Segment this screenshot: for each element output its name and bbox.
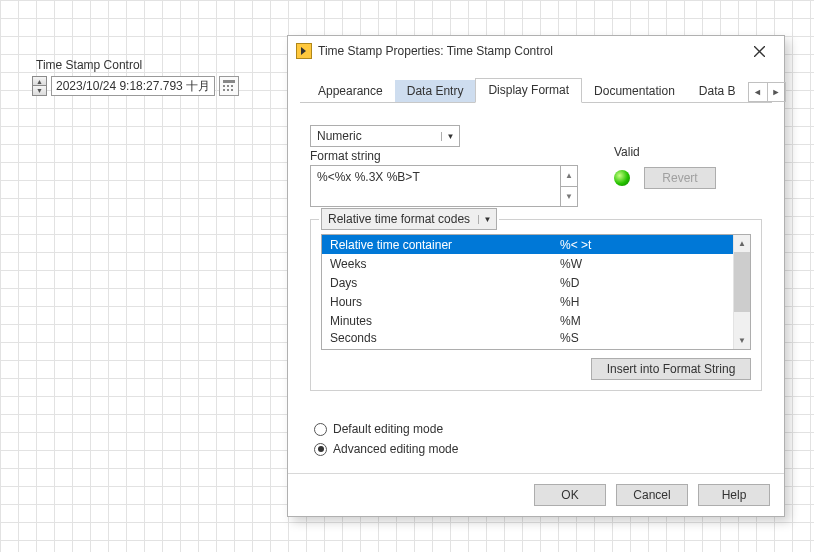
- properties-dialog: Time Stamp Properties: Time Stamp Contro…: [287, 35, 785, 517]
- insert-button[interactable]: Insert into Format String: [591, 358, 751, 380]
- tab-documentation[interactable]: Documentation: [582, 80, 687, 103]
- list-item[interactable]: Relative time container %< >t: [322, 235, 733, 254]
- tab-bar: Appearance Data Entry Display Format Doc…: [288, 66, 784, 103]
- scroll-track[interactable]: [734, 312, 750, 332]
- chevron-down-icon: ▼: [441, 132, 459, 141]
- spin-control[interactable]: ▲ ▼: [32, 76, 47, 96]
- spin-down-icon[interactable]: ▼: [32, 86, 47, 96]
- code-value: %S: [560, 331, 725, 345]
- list-item[interactable]: Minutes %M: [322, 311, 733, 330]
- code-value: %W: [560, 257, 725, 271]
- tab-appearance[interactable]: Appearance: [306, 80, 395, 103]
- list-item[interactable]: Weeks %W: [322, 254, 733, 273]
- tab-display-format[interactable]: Display Format: [475, 78, 582, 103]
- code-value: %< >t: [560, 238, 725, 252]
- radio-default-editing[interactable]: [314, 423, 327, 436]
- scroll-thumb[interactable]: [734, 252, 750, 312]
- format-string-label: Format string: [310, 149, 578, 163]
- codes-category-dropdown[interactable]: Relative time format codes ▼: [321, 208, 497, 230]
- close-button[interactable]: [742, 40, 776, 62]
- tab-scroll-right[interactable]: ►: [767, 83, 785, 101]
- code-value: %D: [560, 276, 725, 290]
- cancel-button[interactable]: Cancel: [616, 484, 688, 506]
- valid-led: [614, 170, 630, 186]
- editing-mode-group: Default editing mode Advanced editing mo…: [314, 419, 762, 459]
- list-item[interactable]: Seconds %S: [322, 330, 733, 346]
- timestamp-control: ▲ ▼ 2023/10/24 9:18:27.793 十月: [32, 76, 239, 96]
- code-value: %M: [560, 314, 725, 328]
- tab-data-entry[interactable]: Data Entry: [395, 80, 476, 103]
- format-codes-group: Relative time format codes ▼ Relative ti…: [310, 219, 762, 391]
- dialog-title: Time Stamp Properties: Time Stamp Contro…: [318, 44, 736, 58]
- revert-button[interactable]: Revert: [644, 167, 716, 189]
- code-value: %H: [560, 295, 725, 309]
- scroll-down-icon[interactable]: ▼: [561, 186, 577, 207]
- help-button[interactable]: Help: [698, 484, 770, 506]
- tab-scroll: ◄ ►: [748, 82, 786, 102]
- scroll-up-icon[interactable]: ▲: [561, 166, 577, 186]
- radio-advanced-label: Advanced editing mode: [333, 442, 458, 456]
- chevron-down-icon: ▼: [478, 215, 496, 224]
- app-icon: [296, 43, 312, 59]
- format-scroll[interactable]: ▲ ▼: [560, 166, 577, 206]
- list-scrollbar[interactable]: ▲ ▼: [733, 235, 750, 349]
- timestamp-display[interactable]: 2023/10/24 9:18:27.793 十月: [51, 76, 215, 96]
- list-item[interactable]: Hours %H: [322, 292, 733, 311]
- codes-category-value: Relative time format codes: [322, 212, 476, 226]
- format-type-value: Numeric: [311, 129, 368, 143]
- list-item[interactable]: Days %D: [322, 273, 733, 292]
- calendar-icon[interactable]: [219, 76, 239, 96]
- tab-scroll-left[interactable]: ◄: [749, 83, 767, 101]
- code-name: Relative time container: [330, 238, 560, 252]
- scroll-down-icon[interactable]: ▼: [734, 332, 750, 349]
- radio-advanced-editing[interactable]: [314, 443, 327, 456]
- close-icon: [754, 46, 765, 57]
- spin-up-icon[interactable]: ▲: [32, 76, 47, 86]
- valid-label: Valid: [614, 145, 716, 159]
- titlebar: Time Stamp Properties: Time Stamp Contro…: [288, 36, 784, 66]
- control-label[interactable]: Time Stamp Control: [36, 58, 142, 72]
- dialog-body: Numeric ▼ Format string %<%x %.3X %B>T ▲…: [288, 103, 784, 473]
- code-name: Hours: [330, 295, 560, 309]
- ok-button[interactable]: OK: [534, 484, 606, 506]
- format-type-dropdown[interactable]: Numeric ▼: [310, 125, 460, 147]
- format-string-input[interactable]: %<%x %.3X %B>T ▲ ▼: [310, 165, 578, 207]
- scroll-up-icon[interactable]: ▲: [734, 235, 750, 252]
- dialog-button-bar: OK Cancel Help: [288, 473, 784, 516]
- radio-default-label: Default editing mode: [333, 422, 443, 436]
- code-name: Minutes: [330, 314, 560, 328]
- tab-data-binding[interactable]: Data B: [687, 80, 748, 103]
- code-name: Seconds: [330, 331, 560, 345]
- code-name: Weeks: [330, 257, 560, 271]
- codes-list[interactable]: Relative time container %< >t Weeks %W D…: [321, 234, 751, 350]
- code-name: Days: [330, 276, 560, 290]
- format-string-value[interactable]: %<%x %.3X %B>T: [311, 166, 560, 206]
